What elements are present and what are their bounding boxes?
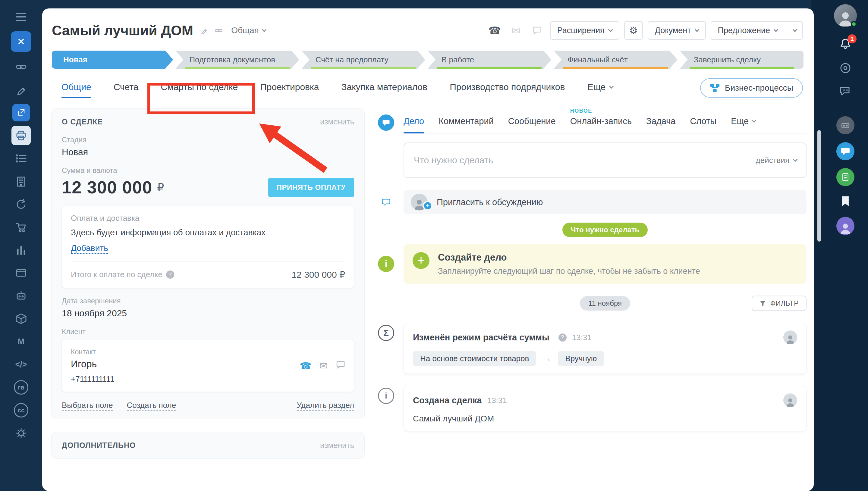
entry-card-sum-mode[interactable]: Изменён режим расчёта суммы ? 13:31 На о… xyxy=(403,323,807,374)
entry-card-deal-created[interactable]: Создана сделка 13:31 Самый лучший ДОМ xyxy=(403,386,807,431)
workgroup-gv-button[interactable]: гв xyxy=(10,376,32,399)
settings-button[interactable]: ⚙ xyxy=(624,21,643,40)
document-label: Документ xyxy=(655,26,691,35)
close-slider-button[interactable]: × xyxy=(11,31,31,52)
ai-bot-nav-button[interactable] xyxy=(10,284,32,307)
add-payment-link[interactable]: Добавить xyxy=(71,243,108,254)
todo-input-row: действия xyxy=(375,143,807,178)
amount-value[interactable]: 12 300 000 xyxy=(62,177,152,197)
network-button[interactable] xyxy=(839,61,852,76)
tab-invoices[interactable]: Счета xyxy=(114,82,139,98)
edit-title-icon[interactable] xyxy=(200,26,209,35)
menu-button[interactable] xyxy=(10,5,32,28)
close-date-value[interactable]: 18 ноября 2025 xyxy=(62,308,354,318)
contact-card[interactable]: Контакт Игорь +7111111111 ☎ ✉ xyxy=(62,340,354,392)
stage-accent xyxy=(563,67,668,69)
tab-materials[interactable]: Закупка материалов xyxy=(341,82,428,98)
user-avatar[interactable] xyxy=(836,217,855,235)
tl-tab-comment[interactable]: Комментарий xyxy=(439,116,494,126)
stage-field-value[interactable]: Новая xyxy=(62,147,354,157)
gear-icon: ⚙ xyxy=(629,25,638,36)
help-icon[interactable]: ? xyxy=(166,270,174,279)
email-button[interactable]: ✉ xyxy=(508,22,524,38)
tl-tab-task[interactable]: Задача xyxy=(646,116,675,126)
chevron-down-icon xyxy=(792,27,797,32)
marketing-nav-button[interactable]: M xyxy=(10,330,32,353)
tab-more[interactable]: Еще xyxy=(587,82,613,98)
contact-chat-button[interactable] xyxy=(335,360,346,372)
tab-subcontractors[interactable]: Производство подрядчиков xyxy=(450,82,565,98)
offer-button[interactable]: Предложение xyxy=(711,22,782,39)
offer-more-button[interactable] xyxy=(787,22,802,39)
create-field-link[interactable]: Создать поле xyxy=(127,401,176,411)
stage-close-deal[interactable]: Завершить сделку xyxy=(680,51,804,69)
deal-tab-bar: Общие Счета Смарты по сделке Проектировк… xyxy=(61,80,803,100)
profile-avatar[interactable] xyxy=(834,4,857,27)
company-nav-button[interactable] xyxy=(10,170,32,193)
messenger-button[interactable] xyxy=(529,22,545,38)
edit-section-link[interactable]: изменить xyxy=(320,441,354,450)
processes-nav-button[interactable] xyxy=(10,193,32,216)
workgroup-cc-button[interactable]: сс xyxy=(10,399,32,422)
vertical-scrollbar[interactable] xyxy=(817,130,821,241)
helpdesk-button[interactable] xyxy=(839,85,852,99)
delete-section-link[interactable]: Удалить раздел xyxy=(297,401,354,411)
bot-avatar[interactable] xyxy=(836,116,855,134)
tl-tab-message[interactable]: Сообщение xyxy=(508,116,556,126)
pipeline-selector[interactable]: Общая xyxy=(231,26,266,35)
person-icon xyxy=(785,397,796,407)
open-external-button[interactable] xyxy=(10,101,32,124)
edit-section-link[interactable]: изменить xyxy=(320,117,354,126)
stage-in-progress[interactable]: В работе xyxy=(428,51,551,69)
stage-accent xyxy=(61,67,163,69)
link-nav-button[interactable] xyxy=(10,55,32,78)
tl-tab-online-booking[interactable]: НОВОЕ Онлайн-запись xyxy=(570,116,632,126)
contact-call-button[interactable]: ☎ xyxy=(300,360,312,372)
tab-design[interactable]: Проектировка xyxy=(260,82,319,98)
copy-link-icon[interactable] xyxy=(214,26,223,35)
create-todo-card[interactable]: + Создайте дело Запланируйте следующий ш… xyxy=(403,244,807,284)
tasks-nav-button[interactable] xyxy=(10,147,32,170)
business-processes-button[interactable]: Бизнес-процессы xyxy=(700,78,803,97)
analytics-nav-button[interactable] xyxy=(10,238,32,261)
payments-nav-button[interactable] xyxy=(10,261,32,284)
extensions-button[interactable]: Расширения xyxy=(550,21,619,40)
stage-prepay-invoice[interactable]: Счёт на предоплату xyxy=(302,51,425,69)
info-icon-circle: i xyxy=(378,256,394,272)
tl-tab-slots[interactable]: Слоты xyxy=(690,116,717,126)
chevron-down-icon xyxy=(793,157,798,162)
actions-dropdown[interactable]: действия xyxy=(756,156,797,165)
stage-docs[interactable]: Подготовка документов xyxy=(175,51,299,69)
contact-mail-button[interactable]: ✉ xyxy=(319,360,328,372)
document-app-icon[interactable] xyxy=(836,168,855,186)
bookmark-button[interactable] xyxy=(839,195,851,209)
tab-more-label: Еще xyxy=(587,82,606,92)
document-button[interactable]: Документ xyxy=(648,21,706,40)
chat-bubble-icon xyxy=(840,146,850,156)
tl-tab-more[interactable]: Еще xyxy=(731,116,756,126)
offer-split-button: Предложение xyxy=(711,21,803,40)
invite-to-discussion[interactable]: + Пригласить к обсуждению xyxy=(403,190,807,214)
compose-nav-button[interactable] xyxy=(10,78,32,101)
select-field-link[interactable]: Выбрать поле xyxy=(62,401,113,411)
stage-new[interactable]: Новая xyxy=(52,51,173,69)
shop-nav-button[interactable] xyxy=(10,216,32,238)
help-icon[interactable]: ? xyxy=(558,334,567,342)
settings-nav-button[interactable] xyxy=(10,422,32,444)
tab-general[interactable]: Общие xyxy=(61,82,91,98)
messenger-app-icon[interactable] xyxy=(836,142,855,160)
stage-final-invoice[interactable]: Финальный счёт xyxy=(554,51,677,69)
call-button[interactable]: ☎ xyxy=(487,22,503,38)
warehouse-nav-button[interactable] xyxy=(10,307,32,330)
contact-phone[interactable]: +7111111111 xyxy=(71,374,345,384)
tab-smart-processes[interactable]: Смарты по сделке xyxy=(161,82,238,98)
developer-nav-button[interactable]: </> xyxy=(10,353,32,376)
tl-tab-todo[interactable]: Дело xyxy=(403,116,424,126)
chat-icon xyxy=(335,360,346,370)
refresh-icon xyxy=(15,198,28,211)
accept-payment-button[interactable]: ПРИНЯТЬ ОПЛАТУ xyxy=(268,178,354,197)
print-button[interactable] xyxy=(10,124,32,147)
todo-input[interactable] xyxy=(413,155,756,166)
notifications-button[interactable]: 1 xyxy=(838,37,852,52)
filter-button[interactable]: ФИЛЬТР xyxy=(752,296,807,311)
